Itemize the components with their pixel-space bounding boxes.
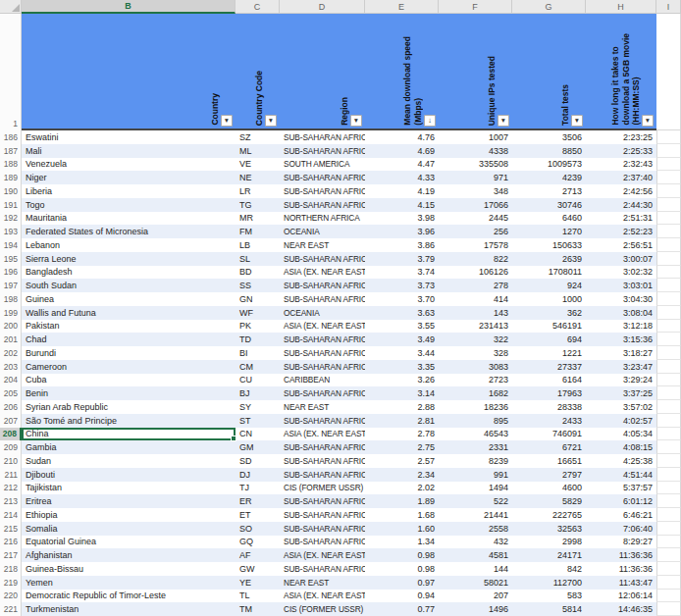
cell-region-201[interactable]: SUB-SAHARAN AFRICA (280, 333, 365, 346)
row-header-194[interactable]: 194 (0, 238, 22, 252)
cell-code-192[interactable]: MR (236, 212, 280, 226)
empty-cell-I-208[interactable] (656, 428, 681, 441)
cell-ips-221[interactable]: 1496 (439, 602, 512, 616)
cell-region-210[interactable]: SUB-SAHARAN AFRICA (280, 454, 365, 468)
row-header-220[interactable]: 220 (0, 590, 22, 603)
cell-tests-216[interactable]: 2998 (512, 536, 586, 549)
cell-region-216[interactable]: SUB-SAHARAN AFRICA (280, 536, 365, 549)
column-header-H[interactable]: H (586, 0, 656, 14)
cell-ips-198[interactable]: 414 (439, 292, 512, 306)
cell-time-210[interactable]: 4:25:38 (586, 454, 656, 468)
cell-tests-208[interactable]: 746091 (512, 428, 586, 441)
cell-region-207[interactable]: SUB-SAHARAN AFRICA (280, 414, 365, 428)
cell-time-221[interactable]: 14:46:35 (586, 602, 656, 616)
empty-cell-I-207[interactable] (656, 414, 681, 428)
cell-region-219[interactable]: NEAR EAST (280, 576, 365, 590)
cell-speed-194[interactable]: 3.86 (365, 238, 439, 252)
cell-code-219[interactable]: YE (236, 576, 280, 590)
cell-time-212[interactable]: 5:37:57 (586, 482, 656, 495)
cell-code-216[interactable]: GQ (236, 536, 280, 549)
cell-speed-191[interactable]: 4.15 (365, 198, 439, 212)
cell-tests-188[interactable]: 1009573 (512, 158, 586, 172)
cell-time-204[interactable]: 3:29:24 (586, 374, 656, 387)
cell-ips-217[interactable]: 4581 (439, 548, 512, 562)
cell-code-206[interactable]: SY (236, 400, 280, 414)
empty-cell-I-204[interactable] (656, 374, 681, 387)
cell-country-187[interactable]: Mali (22, 144, 236, 158)
empty-cell-I-215[interactable] (656, 522, 681, 536)
cell-ips-208[interactable]: 46543 (439, 428, 512, 441)
empty-cell-I-193[interactable] (656, 225, 681, 238)
cell-time-201[interactable]: 3:15:36 (586, 333, 656, 346)
cell-tests-219[interactable]: 112700 (512, 576, 586, 590)
cell-ips-199[interactable]: 143 (439, 306, 512, 320)
cell-region-215[interactable]: SUB-SAHARAN AFRICA (280, 522, 365, 536)
cell-ips-191[interactable]: 17066 (439, 198, 512, 212)
cell-code-213[interactable]: ER (236, 494, 280, 508)
row-header-207[interactable]: 207 (0, 414, 22, 428)
cell-speed-209[interactable]: 2.75 (365, 440, 439, 454)
cell-code-217[interactable]: AF (236, 548, 280, 562)
cell-region-202[interactable]: SUB-SAHARAN AFRICA (280, 346, 365, 360)
cell-code-186[interactable]: SZ (236, 130, 280, 144)
cell-speed-211[interactable]: 2.34 (365, 468, 439, 482)
cell-time-188[interactable]: 2:32:43 (586, 158, 656, 172)
cell-speed-204[interactable]: 3.26 (365, 374, 439, 387)
row-header-216[interactable]: 216 (0, 536, 22, 549)
cell-speed-219[interactable]: 0.97 (365, 576, 439, 590)
cell-country-214[interactable]: Ethiopia (22, 508, 236, 522)
cell-time-202[interactable]: 3:18:27 (586, 346, 656, 360)
cell-ips-204[interactable]: 2723 (439, 374, 512, 387)
cell-code-214[interactable]: ET (236, 508, 280, 522)
cell-code-218[interactable]: GW (236, 562, 280, 576)
cell-ips-219[interactable]: 58021 (439, 576, 512, 590)
cell-ips-215[interactable]: 2558 (439, 522, 512, 536)
cell-code-221[interactable]: TM (236, 602, 280, 616)
cell-tests-203[interactable]: 27337 (512, 360, 586, 374)
cell-time-193[interactable]: 2:52:23 (586, 225, 656, 238)
cell-country-212[interactable]: Tajikistan (22, 482, 236, 495)
cell-speed-212[interactable]: 2.02 (365, 482, 439, 495)
cell-country-188[interactable]: Venezuela (22, 158, 236, 172)
cell-time-220[interactable]: 12:06:14 (586, 590, 656, 603)
filter-dropdown-button[interactable]: ▾ (571, 115, 583, 127)
row-header-186[interactable]: 186 (0, 130, 22, 144)
cell-region-211[interactable]: SUB-SAHARAN AFRICA (280, 468, 365, 482)
cell-ips-201[interactable]: 322 (439, 333, 512, 346)
header-cell-code[interactable]: Country Code▾ (236, 14, 280, 130)
row-header-196[interactable]: 196 (0, 266, 22, 280)
cell-time-217[interactable]: 11:36:36 (586, 548, 656, 562)
cell-tests-202[interactable]: 1221 (512, 346, 586, 360)
empty-cell-I-205[interactable] (656, 386, 681, 400)
row-header-211[interactable]: 211 (0, 468, 22, 482)
row-header-213[interactable]: 213 (0, 494, 22, 508)
filter-dropdown-button[interactable]: ▾ (265, 115, 277, 127)
cell-time-197[interactable]: 3:03:01 (586, 279, 656, 292)
cell-country-219[interactable]: Yemen (22, 576, 236, 590)
empty-cell-I1[interactable] (656, 14, 681, 130)
cell-ips-196[interactable]: 106126 (439, 266, 512, 280)
cell-ips-209[interactable]: 2331 (439, 440, 512, 454)
row-header-202[interactable]: 202 (0, 346, 22, 360)
cell-country-206[interactable]: Syrian Arab Republic (22, 400, 236, 414)
empty-cell-I-195[interactable] (656, 252, 681, 266)
row-header-208[interactable]: 208 (0, 428, 22, 441)
cell-time-219[interactable]: 11:43:47 (586, 576, 656, 590)
column-header-I[interactable]: I (656, 0, 681, 14)
cell-time-208[interactable]: 4:05:34 (586, 428, 656, 441)
cell-code-188[interactable]: VE (236, 158, 280, 172)
cell-speed-196[interactable]: 3.74 (365, 266, 439, 280)
cell-region-203[interactable]: SUB-SAHARAN AFRICA (280, 360, 365, 374)
empty-cell-I-206[interactable] (656, 400, 681, 414)
empty-cell-I-199[interactable] (656, 306, 681, 320)
cell-speed-215[interactable]: 1.60 (365, 522, 439, 536)
cell-ips-197[interactable]: 278 (439, 279, 512, 292)
cell-tests-221[interactable]: 5814 (512, 602, 586, 616)
cell-region-186[interactable]: SUB-SAHARAN AFRICA (280, 130, 365, 144)
cell-region-197[interactable]: SUB-SAHARAN AFRICA (280, 279, 365, 292)
cell-speed-218[interactable]: 0.98 (365, 562, 439, 576)
cell-region-218[interactable]: SUB-SAHARAN AFRICA (280, 562, 365, 576)
row-header-221[interactable]: 221 (0, 602, 22, 616)
cell-code-220[interactable]: TL (236, 590, 280, 603)
row-header-191[interactable]: 191 (0, 198, 22, 212)
